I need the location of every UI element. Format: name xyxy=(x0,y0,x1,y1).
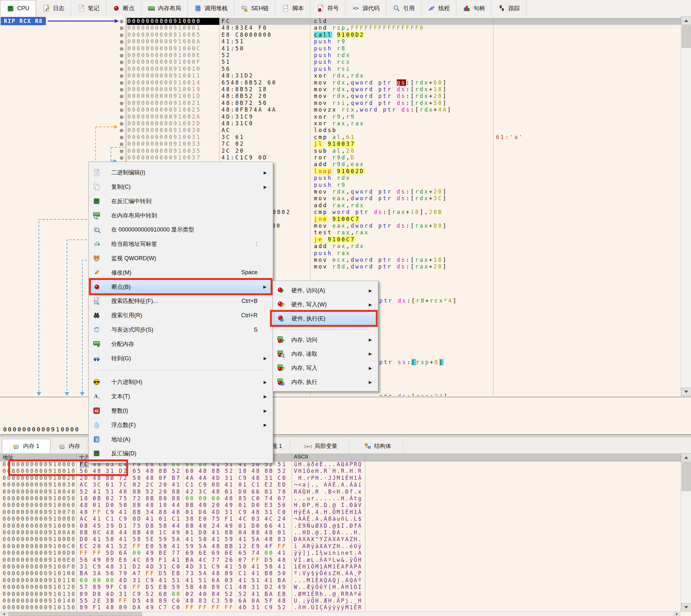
scroll-down-icon[interactable] xyxy=(681,388,691,396)
dump-row[interactable]: 00000000009100C0EC204152FFE05841595A488B… xyxy=(0,543,681,550)
dump-row[interactable]: 0000000000910030AC3C617C022C2041C1C90D41… xyxy=(0,481,681,488)
menu-item-搜索引用(R)[interactable]: 搜索引用(R)Ctrl+R xyxy=(90,308,272,323)
menu-item-二进制编辑(I)[interactable]: 0110二进制编辑(I)▶ xyxy=(90,166,272,180)
scroll-down-icon[interactable] xyxy=(681,603,691,612)
dump-row[interactable]: 00000000009100F031C94831D24D31C04D31C941… xyxy=(0,564,681,570)
toolbar-tab-调用堆栈[interactable]: 调用堆栈 xyxy=(188,0,234,17)
dump-row[interactable]: 000000000091007048FFC9418B34884801D64D31… xyxy=(0,509,681,516)
menu-item-修改(M)[interactable]: 修改(M)Space xyxy=(90,266,272,280)
bottom-tab-结构体[interactable]: 结构体 xyxy=(352,439,403,453)
disasm-row[interactable]: 000000000091001148:31D2xor rdx,rdx xyxy=(0,72,691,80)
menu-item-内存,-写入[interactable]: 内存, 写入▶ xyxy=(274,361,377,375)
breakpoint-dot-icon[interactable] xyxy=(120,34,124,37)
menu-item-监视-QWORD(W)[interactable]: 监视 QWORD(W) xyxy=(90,251,272,266)
breakpoint-dot-icon[interactable] xyxy=(120,74,124,78)
breakpoint-dot-icon[interactable] xyxy=(120,26,124,30)
toolbar-tab-符号[interactable]: 符号 xyxy=(310,0,346,17)
dump-row[interactable]: 0000000000910050180B0275728B808800000048… xyxy=(0,495,681,502)
breakpoint-dot-icon[interactable] xyxy=(120,68,124,71)
breakpoint-dot-icon[interactable] xyxy=(120,122,124,126)
dump-row[interactable]: 0000000000910090084539D175D858448B402449… xyxy=(0,523,681,530)
disasm-row[interactable]: 000000000091000E52push rdx xyxy=(0,52,691,59)
dump-hscrollbar[interactable] xyxy=(0,612,681,616)
disasm-row[interactable]: 000000000091001D48:8B52 20mov rdx,qword … xyxy=(0,93,691,100)
breakpoint-dot-icon[interactable] xyxy=(120,54,124,58)
disasm-row[interactable]: 0000000000910000FCcld xyxy=(0,18,691,25)
menu-item-内存,-读取[interactable]: 内存, 读取▶ xyxy=(274,347,377,361)
menu-item-文本(T)[interactable]: A2文本(T)▶ xyxy=(90,389,272,404)
disasm-row[interactable]: 000000000091001056push rsi xyxy=(0,66,691,73)
breakpoint-dot-icon[interactable] xyxy=(120,150,124,153)
dump-row[interactable]: 00000000009100604801D0508B4818448B402049… xyxy=(0,502,681,509)
menu-item-与表达式同步(S)[interactable]: 与表达式同步(S)S xyxy=(90,323,272,337)
dump-row[interactable]: 000000000091015089F14889DA49C7C0FFFFFFFF… xyxy=(0,604,681,611)
menu-item-在内存布局中转到[interactable]: 在内存布局中转到 xyxy=(90,208,272,223)
menu-item-十六进制(H)[interactable]: 十六进制(H)▶ xyxy=(90,375,272,389)
scroll-left-icon[interactable] xyxy=(0,612,8,616)
menu-item-内存,-执行[interactable]: 内存, 执行▶ xyxy=(274,375,377,389)
dump-row[interactable]: 0000000000910140552E3BFFD54889C64883C350… xyxy=(0,597,681,604)
breakpoint-dot-icon[interactable] xyxy=(120,115,124,119)
scrollbar-thumb[interactable] xyxy=(682,462,691,491)
disasm-row[interactable]: 000000000091002A4D:31C9xor r9,r9 xyxy=(0,113,691,120)
dump-scrollbar[interactable] xyxy=(681,454,691,612)
dump-row[interactable]: 0000000000910100BA3A5679A7FFD5EB735A4889… xyxy=(0,570,681,577)
disasm-row[interactable]: 0000000000910005E8 C8000000call 9100D2 xyxy=(0,31,691,39)
disasm-row[interactable]: 000000000091000A41:51push r9 xyxy=(0,38,691,45)
toolbar-tab-笔记[interactable]: 笔记 xyxy=(71,0,106,17)
disasm-scrollbar[interactable] xyxy=(681,17,691,396)
dump-row[interactable]: 000000000091012057899FC6FFD5EB595B4889C1… xyxy=(0,584,681,591)
breakpoint-dot-icon[interactable] xyxy=(120,142,124,146)
dump-row[interactable]: 0000000000910080AC41C1C90D4101C138E075F1… xyxy=(0,515,681,523)
dump-row[interactable]: 00000000009100E0564989E64C89F141BA4C7726… xyxy=(0,557,681,564)
menu-item-浮点数(F)[interactable]: 浮点数(F)▶ xyxy=(90,418,272,432)
toolbar-tab-源代码[interactable]: <>源代码 xyxy=(346,0,386,17)
dump-row[interactable]: 0000000000910040524151488B52208B423C4801… xyxy=(0,488,681,496)
toolbar-tab-断点[interactable]: 断点 xyxy=(106,0,141,17)
breakpoint-dot-icon[interactable] xyxy=(120,95,124,98)
breakpoint-dot-icon[interactable] xyxy=(120,102,124,105)
dump-row[interactable]: 00000000009100D0FFFF5D6A0049BE77696E696E… xyxy=(0,550,681,557)
disasm-row[interactable]: 00000000009100146548:8B52 60mov rdx,qwor… xyxy=(0,80,691,86)
toolbar-tab-跟踪[interactable]: 跟踪 xyxy=(491,0,527,17)
menu-item-整数(I)[interactable]: 42整数(I)▶ xyxy=(90,404,272,418)
menu-item-内存,-访问[interactable]: 内存, 访问▶ xyxy=(274,333,377,347)
breakpoint-dot-icon[interactable] xyxy=(120,156,124,160)
scrollbar-thumb[interactable] xyxy=(682,25,691,48)
disasm-row[interactable]: 000000000091002D48:31C0xor rax,rax xyxy=(0,120,691,127)
menu-item-在-0000000000910000-显示类型[interactable]: 在 0000000000910000 显示类型 xyxy=(90,223,272,237)
menu-item-给当前地址写标签[interactable]: 给当前地址写标签: xyxy=(90,237,272,251)
toolbar-tab-CPU[interactable]: 64CPU xyxy=(0,0,36,17)
breakpoint-dot-icon[interactable] xyxy=(120,129,124,132)
disasm-row[interactable]: 000000000091000148:83E4 F0and rsp,FFFFFF… xyxy=(0,25,691,31)
toolbar-tab-SEH链[interactable]: SEH链 xyxy=(234,0,275,17)
menu-item-复制(C)[interactable]: 复制(C)▶ xyxy=(90,180,272,194)
disasm-row[interactable]: 000000000091001948:8B52 18mov rdx,qword … xyxy=(0,86,691,93)
memory-dump-pane[interactable]: 地址 十六进制 ASCII 0000000000910000FC4883E4F0… xyxy=(0,454,691,616)
toolbar-tab-日志[interactable]: 日志 xyxy=(36,0,71,17)
disasm-row[interactable]: 0000000000910030AClodsb xyxy=(0,127,691,134)
scroll-up-icon[interactable] xyxy=(681,454,691,462)
breakpoint-dot-icon[interactable] xyxy=(120,81,124,85)
menu-item-硬件,-写入(W)[interactable]: 硬件, 写入(W)▶ xyxy=(274,298,377,311)
menu-item-硬件,-访问(A)[interactable]: 硬件, 访问(A)▶ xyxy=(274,283,377,298)
menu-item-在反汇编中转到[interactable]: 64在反汇编中转到 xyxy=(90,194,272,208)
dump-row[interactable]: 00000000009101100000004D31C9415141516A03… xyxy=(0,577,681,584)
disasm-row[interactable]: 00000000009100337C 02jl 910037 xyxy=(0,140,691,148)
disasm-row[interactable]: 000000000091002548:0FB74A 4Amovzx rcx,wo… xyxy=(0,107,691,113)
breakpoint-dot-icon[interactable] xyxy=(120,40,124,44)
dump-row[interactable]: 000000000091013089D84D31C952680002408452… xyxy=(0,591,681,598)
disasm-row[interactable]: 000000000091000F51push rcx xyxy=(0,59,691,66)
disasm-row[interactable]: 00000000009100313C 61cmp al,6161:'a' xyxy=(0,134,691,141)
breakpoint-dot-icon[interactable] xyxy=(120,61,124,64)
toolbar-tab-脚本[interactable]: <>脚本 xyxy=(275,0,310,17)
toolbar-tab-句柄[interactable]: 句柄 xyxy=(456,0,491,17)
breakpoint-dot-icon[interactable] xyxy=(120,88,124,91)
dump-row[interactable]: 00000000009100A08B0C48448B401C4901D0418B… xyxy=(0,529,681,536)
dump-row[interactable]: 00000000009100B0D0415841585E595A41584159… xyxy=(0,536,681,543)
disasm-row[interactable]: 00000000009100352C 20sub al,20 xyxy=(0,148,691,155)
toolbar-tab-内存布局[interactable]: 内存布局 xyxy=(141,0,188,17)
toolbar-tab-线程[interactable]: 线程 xyxy=(421,0,456,17)
breakpoint-dot-icon[interactable] xyxy=(120,136,124,139)
disasm-row[interactable]: 000000000091003741:C1C9 0Dror r9d,D xyxy=(0,154,691,161)
